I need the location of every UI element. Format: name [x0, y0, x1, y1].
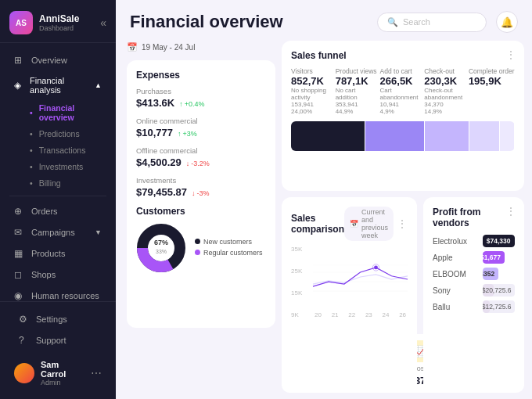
campaigns-icon: ✉	[14, 227, 25, 238]
vendor-bar-fill: $51,677	[483, 251, 505, 264]
expense-value: $10,777	[136, 127, 173, 138]
financial-submenu: • Financial overview • Predictions • Tra…	[0, 100, 116, 191]
sales-funnel-card: Sales funnel ⋮ Visitors 852,7K No shoppi…	[282, 41, 524, 191]
products-icon: ▦	[14, 248, 25, 259]
logo-name: AnniSale	[39, 13, 79, 24]
expense-change: ↓ -3%	[192, 189, 210, 197]
expense-label: Investments	[136, 176, 266, 185]
sidebar-item-overview[interactable]: ⊞ Overview	[5, 50, 111, 70]
donut-chart: 67% 33%	[136, 223, 187, 274]
expenses-card: Expenses Purchases $413.6K ↑ +0.4% Onlin…	[127, 60, 275, 328]
expense-offline: Offline commercial $4,500.29 ↓ -3.2%	[136, 146, 266, 168]
search-placeholder: Search	[403, 17, 430, 27]
expense-change: ↑ +0.4%	[179, 100, 204, 108]
sales-comp-header: Sales comparison 📅 Current and previous …	[291, 207, 408, 241]
vendors-title: Profit from vendors	[433, 207, 514, 228]
vendor-apple: Apple $51,677	[433, 251, 514, 264]
chart-x-axis: 20 21 22 23 24 26	[313, 311, 408, 318]
dot-icon: •	[30, 108, 33, 117]
svg-text:33%: 33%	[156, 249, 167, 254]
vendor-elboom: ELBOOM $25,4352	[433, 268, 514, 280]
content-grid: 📅 19 May - 24 Jul Expenses Purchases $41…	[116, 41, 532, 399]
sidebar-bottom: ⚙ Settings ? Support Sam Carrol Admin ⋯	[0, 301, 116, 399]
vendor-bar-fill: $74,330	[483, 235, 514, 247]
sidebar-collapse-icon[interactable]: «	[100, 16, 106, 29]
logo-subtitle: Dashboard	[39, 24, 79, 32]
sidebar-item-orders[interactable]: ⊕ Orders	[5, 201, 111, 221]
calendar-icon-sm: 📅	[350, 220, 358, 228]
donut-legend: New customers Regular customers	[195, 238, 263, 260]
sidebar-item-investments[interactable]: • Investments	[23, 159, 111, 174]
sales-comp-menu-icon[interactable]: ⋮	[397, 217, 408, 230]
user-role: Admin	[41, 379, 84, 386]
bell-button[interactable]: 🔔	[496, 11, 518, 33]
settings-icon: ⚙	[19, 314, 30, 325]
expense-value: $4,500.29	[136, 156, 182, 168]
vendors-card: Profit from vendors ⋮ Electrolux $74,330…	[423, 197, 523, 393]
user-row: Sam Carrol Admin ⋯	[9, 354, 106, 393]
calendar-icon: 📅	[127, 42, 138, 52]
sidebar-item-fin-overview[interactable]: • Financial overview	[23, 100, 111, 125]
sidebar-item-financial[interactable]: ◈ Financial analysis ▲	[5, 71, 111, 99]
chevron-down-icon: ▼	[95, 228, 102, 236]
dot-icon: •	[30, 162, 33, 171]
main-content: Financial overview 🔍 Search 🔔 📅 19 May -…	[116, 0, 532, 399]
funnel-seg-1	[291, 121, 365, 151]
human-icon: ◉	[14, 290, 25, 301]
funnel-metrics: Visitors 852,7K No shopping activity 153…	[291, 67, 515, 115]
user-menu-icon[interactable]: ⋯	[91, 367, 102, 379]
vendors-menu-icon[interactable]: ⋮	[505, 205, 516, 217]
expense-change: ↓ -3.2%	[186, 160, 210, 167]
sidebar-item-campaigns[interactable]: ✉ Campaigns ▼	[5, 222, 111, 243]
page-header: Financial overview 🔍 Search 🔔	[116, 0, 532, 41]
sidebar-item-billing[interactable]: • Billing	[23, 175, 111, 191]
sales-comp-title: Sales comparison	[291, 213, 344, 235]
expense-investments: Investments $79,455.87 ↓ -3%	[136, 176, 266, 198]
sidebar-item-settings[interactable]: ⚙ Settings	[9, 309, 106, 329]
search-box[interactable]: 🔍 Search	[377, 13, 487, 32]
financial-icon: ◈	[14, 80, 23, 91]
svg-point-8	[374, 265, 378, 269]
sidebar-item-products[interactable]: ▦ Products	[5, 243, 111, 264]
nav-divider	[9, 196, 106, 196]
dot-icon: •	[30, 129, 33, 138]
expense-online: Online commercial $10,777 ↑ +3%	[136, 117, 266, 138]
sidebar-item-human[interactable]: ◉ Human resources	[5, 286, 111, 301]
sidebar-item-predictions[interactable]: • Predictions	[23, 126, 111, 142]
expense-label: Offline commercial	[136, 146, 266, 155]
sidebar-item-support[interactable]: ? Support	[9, 330, 106, 350]
funnel-metric-checkout: Check-out 230,3K Check-out abandonment 3…	[424, 67, 466, 115]
orders-icon: ⊕	[14, 206, 25, 217]
customers-donut: 67% 33% New customers Regular customers	[136, 223, 266, 274]
funnel-seg-2	[365, 121, 424, 151]
line-chart	[313, 246, 408, 308]
expense-value: $79,455.87	[136, 186, 187, 198]
sidebar-item-transactions[interactable]: • Transactions	[23, 142, 111, 158]
funnel-metric-complete: Complete order 195,9K	[469, 67, 515, 115]
sidebar-item-shops[interactable]: ◻ Shops	[5, 264, 111, 285]
funnel-metric-cart: Add to cart 266,5K Cart abandonment 10,9…	[380, 67, 422, 115]
dot-icon: •	[30, 178, 33, 188]
expense-value: $413.6K	[136, 97, 174, 109]
new-customer-dot	[195, 239, 200, 244]
svg-text:67%: 67%	[154, 239, 168, 246]
regular-customer-dot	[195, 250, 200, 255]
avatar	[14, 363, 34, 383]
vendor-ballu: Ballu $12,725.6	[433, 300, 514, 313]
vendor-electrolux: Electrolux $74,330	[433, 235, 514, 247]
funnel-metric-views: Product views 787,1K No cart addition 35…	[336, 67, 377, 115]
expense-change: ↑ +3%	[178, 130, 197, 138]
chart-container: 35K 25K 15K 9K	[291, 246, 408, 318]
date-badge: 📅 19 May - 24 Jul	[127, 41, 275, 54]
chart-y-axis: 35K 25K 15K 9K	[291, 246, 302, 318]
shops-icon: ◻	[14, 269, 25, 280]
funnel-metric-visitors: Visitors 852,7K No shopping activity 153…	[291, 67, 332, 115]
user-name: Sam Carrol	[41, 360, 84, 379]
search-icon: 🔍	[387, 17, 398, 27]
sales-comparison-card: Sales comparison 📅 Current and previous …	[282, 197, 417, 393]
logo-area: AS AnniSale Dashboard «	[0, 0, 116, 43]
funnel-seg-3	[425, 121, 469, 151]
funnel-menu-icon[interactable]: ⋮	[505, 49, 516, 61]
customers-title: Customers	[136, 206, 266, 217]
expenses-title: Expenses	[136, 70, 266, 81]
